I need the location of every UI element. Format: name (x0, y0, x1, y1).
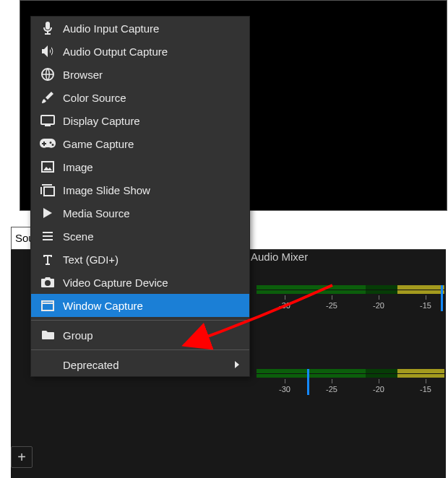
menu-item-label: Audio Input Capture (63, 22, 244, 35)
menu-item-color-source[interactable]: Color Source (31, 86, 249, 109)
audio-mixer-panel: -30 -25 -20 -15 -30 -25 -20 -15 (257, 272, 444, 467)
camera-icon (38, 274, 57, 290)
gamepad-icon (38, 136, 57, 152)
menu-item-label: Color Source (63, 92, 244, 104)
menu-item-label: Display Capture (63, 115, 244, 127)
audio-meter: -30 -25 -20 -15 (257, 285, 444, 294)
menu-item-label: Deprecated (63, 359, 235, 371)
menu-item-deprecated[interactable]: Deprecated (31, 353, 249, 376)
folder-icon (38, 327, 57, 343)
mic-icon (38, 20, 57, 36)
menu-item-video-capture-device[interactable]: Video Capture Device (31, 271, 249, 294)
menu-item-image[interactable]: Image (31, 155, 249, 178)
menu-item-label: Browser (63, 69, 244, 81)
volume-slider-thumb[interactable] (307, 369, 309, 395)
svg-rect-4 (42, 301, 53, 310)
meter-tick: -20 (373, 385, 384, 394)
menu-item-audio-input-capture[interactable]: Audio Input Capture (31, 17, 249, 40)
menu-item-game-capture[interactable]: Game Capture (31, 132, 249, 155)
menu-item-label: Video Capture Device (63, 277, 244, 289)
submenu-arrow-icon (235, 361, 239, 368)
monitor-icon (38, 113, 57, 129)
add-source-button[interactable]: + (11, 446, 33, 468)
meter-tick: -15 (420, 301, 431, 310)
menu-item-media-source[interactable]: Media Source (31, 201, 249, 225)
menu-item-audio-output-capture[interactable]: Audio Output Capture (31, 40, 249, 63)
menu-item-label: Audio Output Capture (63, 45, 244, 58)
play-icon (38, 205, 57, 221)
meter-tick: -15 (420, 385, 431, 394)
plus-icon: + (17, 449, 26, 466)
brush-icon (38, 90, 57, 105)
menu-item-label: Image (63, 161, 244, 173)
meter-tick: -25 (326, 385, 337, 394)
menu-item-label: Scene (63, 230, 244, 243)
speaker-icon (38, 43, 57, 59)
menu-item-label: Group (63, 329, 244, 342)
menu-item-window-capture[interactable]: Window Capture (31, 294, 249, 317)
menu-item-scene[interactable]: Scene (31, 225, 249, 248)
menu-separator (31, 349, 249, 350)
window-icon (38, 297, 57, 313)
text-icon (38, 251, 57, 267)
volume-slider-thumb[interactable] (441, 285, 443, 311)
menu-item-browser[interactable]: Browser (31, 63, 249, 86)
svg-rect-3 (44, 187, 54, 196)
menu-item-label: Window Capture (63, 300, 244, 312)
menu-item-group[interactable]: Group (31, 323, 249, 347)
image-icon (38, 159, 57, 175)
meter-tick: -30 (279, 385, 290, 394)
slides-icon (38, 182, 57, 198)
audio-meter: -30 -25 -20 -15 (257, 369, 444, 378)
menu-item-display-capture[interactable]: Display Capture (31, 109, 249, 132)
menu-item-label: Image Slide Show (63, 184, 244, 196)
blank-icon (38, 357, 57, 373)
menu-item-text-gdi[interactable]: Text (GDI+) (31, 248, 249, 271)
list-icon (38, 228, 57, 244)
menu-item-image-slide-show[interactable]: Image Slide Show (31, 178, 249, 201)
meter-tick: -25 (326, 301, 337, 310)
add-source-context-menu: Audio Input Capture Audio Output Capture… (30, 16, 250, 377)
menu-item-label: Text (GDI+) (63, 253, 244, 266)
audio-mixer-title: Audio Mixer (251, 251, 308, 263)
menu-separator (31, 320, 249, 321)
meter-tick: -20 (373, 301, 384, 310)
globe-icon (38, 66, 57, 82)
svg-rect-1 (41, 116, 54, 124)
menu-item-label: Game Capture (63, 138, 244, 150)
meter-tick: -30 (279, 301, 290, 310)
menu-item-label: Media Source (63, 207, 244, 220)
